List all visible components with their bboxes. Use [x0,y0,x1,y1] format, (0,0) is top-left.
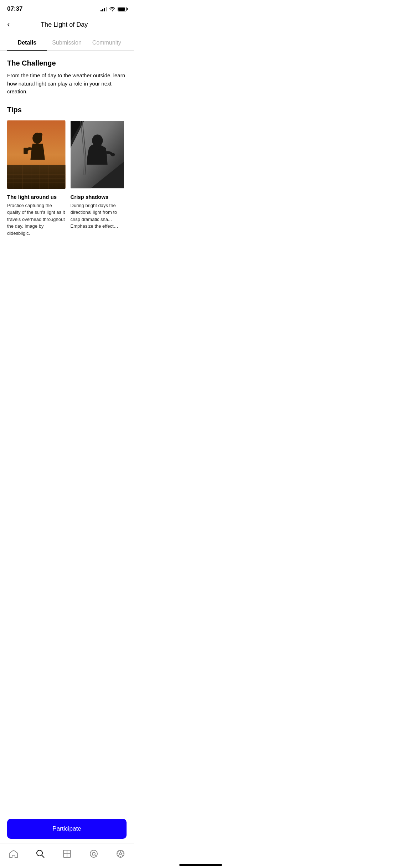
status-time: 07:37 [7,5,22,12]
status-icons [101,6,127,11]
header: ‹ The Light of Day [0,16,134,35]
tip-2-desc: During bright days the directional light… [71,202,124,230]
battery-icon [118,7,127,11]
tab-submission[interactable]: Submission [47,35,87,50]
challenge-description: From the time of day to the weather outs… [7,72,127,96]
tip-1-desc: Practice capturing the quality of the su… [7,202,66,237]
tips-title: Tips [7,106,127,114]
tip-image-1 [7,119,66,190]
status-bar: 07:37 [0,0,134,16]
challenge-title: The Challenge [7,59,127,67]
content-area: The Challenge From the time of day to th… [0,51,134,272]
signal-icon [101,6,107,11]
tip-1-name: The light around us [7,194,66,200]
tips-cards: The light around us Practice capturing t… [7,119,127,237]
page-title: The Light of Day [12,21,116,29]
wifi-icon [109,6,115,11]
svg-point-19 [111,153,115,156]
back-button[interactable]: ‹ [7,19,12,30]
svg-point-13 [38,133,42,137]
svg-point-18 [92,134,103,146]
tabs: Details Submission Community [0,35,134,51]
tab-details[interactable]: Details [7,35,47,50]
svg-rect-1 [7,165,66,188]
tip-image-2 [71,119,124,190]
tip-2-name: Crisp shadows [71,194,124,200]
tip-card-2[interactable]: Crisp shadows During bright days the dir… [71,119,124,237]
svg-rect-14 [24,148,28,154]
tab-community[interactable]: Community [87,35,127,50]
tip-card-1[interactable]: The light around us Practice capturing t… [7,119,66,237]
